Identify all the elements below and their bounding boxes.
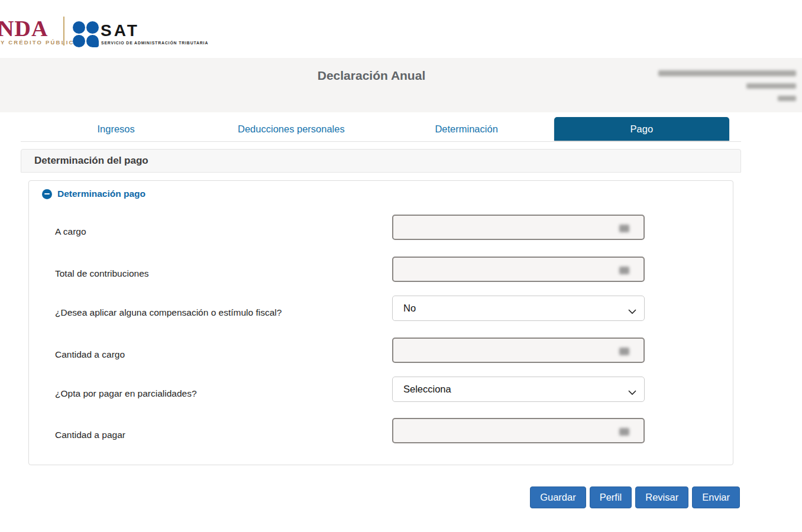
sat-dot	[73, 35, 85, 47]
form-row-cantidad-cargo: Cantidad a cargo	[29, 338, 733, 363]
form-row-parcialidades: ¿Opta por pagar en parcialidades? Selecc…	[29, 377, 733, 402]
form-row-compensacion: ¿Desea aplicar alguna compensación o est…	[29, 296, 733, 321]
tabs-underline	[21, 141, 741, 142]
tab-pago[interactable]: Pago	[554, 117, 729, 141]
redacted-user-rfc	[746, 83, 796, 89]
tab-deducciones-personales[interactable]: Deducciones personales	[203, 117, 379, 141]
field-label: ¿Desea aplicar alguna compensación o est…	[55, 307, 282, 318]
page-title: Declaración Anual	[0, 69, 743, 83]
field-label: Cantidad a cargo	[55, 349, 125, 360]
sat-wordmark: SAT	[101, 21, 140, 40]
guardar-button[interactable]: Guardar	[530, 486, 586, 508]
sat-dot	[86, 35, 99, 47]
field-label: Cantidad a pagar	[55, 430, 125, 440]
sat-logo-icon	[73, 21, 100, 48]
field-label: ¿Opta por pagar en parcialidades?	[55, 388, 197, 399]
determinacion-pago-panel: Determinación pago A cargo Total de cont…	[28, 180, 733, 465]
panel-title: Determinación pago	[57, 189, 145, 199]
sat-dot	[73, 21, 85, 34]
parcialidades-select[interactable]: Selecciona	[392, 377, 645, 402]
redacted-user-detail	[778, 96, 796, 101]
compensacion-select[interactable]: No	[392, 296, 645, 321]
logo-divider	[63, 17, 64, 46]
hacienda-logo: NDA	[0, 15, 48, 41]
hacienda-subtitle: Y CRÉDITO PÚBLICO	[1, 39, 80, 46]
redacted-value	[619, 225, 629, 232]
tab-bar: Ingresos Deducciones personales Determin…	[28, 117, 729, 141]
chevron-down-icon	[628, 387, 636, 398]
section-title: Determinación del pago	[34, 150, 740, 171]
tab-ingresos[interactable]: Ingresos	[28, 117, 203, 141]
section-header: Determinación del pago	[21, 149, 741, 173]
redacted-value	[619, 267, 629, 274]
form-row-a-cargo: A cargo	[29, 215, 733, 240]
redacted-value	[619, 348, 629, 355]
select-value: Selecciona	[403, 377, 451, 401]
minus-circle-icon	[42, 189, 52, 199]
total-contribuciones-input[interactable]	[392, 257, 645, 282]
redacted-value	[619, 428, 629, 436]
action-button-row: Guardar Perfil Revisar Enviar	[530, 486, 740, 508]
perfil-button[interactable]: Perfil	[590, 486, 632, 508]
redacted-user-name	[658, 70, 796, 76]
chevron-down-icon	[628, 306, 636, 317]
sat-tagline: SERVICIO DE ADMINISTRACIÓN TRIBUTARIA	[101, 41, 208, 45]
field-label: A cargo	[55, 226, 86, 237]
declaracion-anual-page: NDA Y CRÉDITO PÚBLICO SAT SERVICIO DE AD…	[0, 0, 802, 532]
cantidad-pagar-input[interactable]	[392, 418, 645, 443]
logo-band: NDA Y CRÉDITO PÚBLICO SAT SERVICIO DE AD…	[0, 0, 802, 58]
tab-determinacion[interactable]: Determinación	[379, 117, 554, 141]
select-value: No	[403, 296, 416, 320]
a-cargo-input[interactable]	[392, 215, 645, 240]
form-row-total-contribuciones: Total de contribuciones	[29, 257, 733, 282]
field-label: Total de contribuciones	[55, 268, 149, 279]
title-band: Declaración Anual	[0, 58, 802, 112]
revisar-button[interactable]: Revisar	[635, 486, 688, 508]
sat-dot	[86, 21, 99, 34]
panel-collapse-toggle[interactable]: Determinación pago	[42, 189, 145, 199]
form-row-cantidad-pagar: Cantidad a pagar	[29, 418, 733, 443]
enviar-button[interactable]: Enviar	[692, 486, 740, 508]
cantidad-cargo-input[interactable]	[392, 338, 645, 363]
